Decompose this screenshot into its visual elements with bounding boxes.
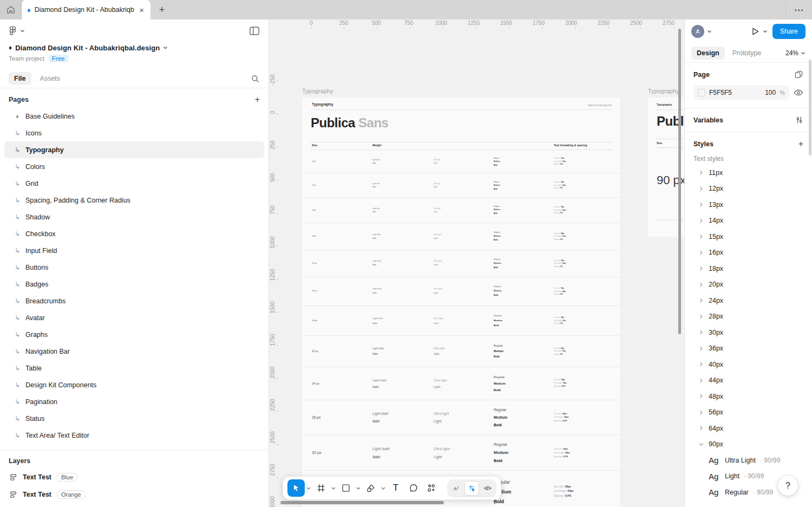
add-style-button[interactable]: + (798, 140, 803, 148)
tab-file[interactable]: File (9, 72, 31, 85)
sidebar-page-item[interactable]: ↳ Badges (4, 276, 264, 292)
sidebar-page-item[interactable]: ↳ Text Area/ Text Editor (4, 427, 264, 444)
text-style-row[interactable]: 28px (685, 309, 812, 325)
sidebar-page-item[interactable]: ♦ Base Guidelines (4, 108, 264, 125)
pen-tool[interactable] (362, 479, 379, 497)
panel-scrollbar[interactable] (809, 60, 811, 155)
sidebar-page-item[interactable]: ↳ Icons (4, 125, 264, 141)
frame-label[interactable]: Typography (648, 88, 679, 94)
page-color-hex[interactable]: F5F5F5 (709, 89, 761, 96)
row-formatting-info: Text size: 30px Line height: 45px Spacin… (554, 446, 570, 458)
sidebar-page-item[interactable]: ↳ Colors (4, 158, 264, 175)
sidebar-page-item[interactable]: ↳ Navigation Bar (4, 343, 264, 360)
text-style-row[interactable]: 56px (685, 405, 812, 421)
tab-assets[interactable]: Assets (35, 72, 66, 85)
variables-sliders-icon[interactable] (795, 116, 803, 124)
text-style-row[interactable]: 90px (685, 437, 812, 453)
pages-icon[interactable] (794, 70, 803, 79)
close-tab-icon[interactable]: × (138, 6, 145, 14)
row-formatting-info: Text size: 12px Line height: 15px Spacin… (554, 181, 566, 190)
search-icon[interactable] (251, 74, 260, 83)
text-style-row[interactable]: 24px (685, 292, 812, 309)
file-tab[interactable]: ♦ Diamond Design Kit - Abubakriqbal.desi… (22, 0, 150, 20)
plan-badge[interactable]: Free (49, 55, 68, 62)
page-color-input[interactable]: F5F5F5 100 % (693, 85, 789, 100)
sidebar-page-item[interactable]: ↳ Pagination (4, 393, 264, 410)
layer-item[interactable]: Text Test Orange (0, 486, 269, 503)
window-menu-button[interactable]: ⋯ (786, 0, 812, 20)
text-style-row[interactable]: 18px (685, 261, 812, 277)
actions-tool[interactable] (423, 479, 440, 497)
canvas-vertical-scrollbar[interactable] (678, 29, 681, 334)
eye-visibility-icon[interactable] (794, 89, 803, 96)
frame-label[interactable]: Typography (302, 88, 333, 94)
share-button[interactable]: Share (772, 24, 806, 39)
text-style-row[interactable]: 16px (685, 245, 812, 261)
move-tool[interactable] (287, 479, 305, 497)
shape-tool[interactable] (337, 479, 355, 497)
present-play-icon[interactable] (750, 27, 760, 36)
layer-item[interactable]: Text Test Blue (0, 469, 269, 486)
design-mode-button[interactable] (464, 481, 479, 496)
text-style-row[interactable]: 13px (685, 197, 812, 213)
comment-tool[interactable] (405, 479, 422, 497)
typography-frame[interactable]: Typography Diamond Design Kit Publica Sa… (302, 98, 620, 507)
zoom-control[interactable]: 24% (785, 49, 806, 57)
style-weight-name: Regular (725, 489, 749, 496)
move-tool-menu[interactable] (305, 479, 312, 497)
sidebar-page-item[interactable]: ↳ Grid (4, 175, 264, 192)
sidebar-page-item[interactable]: ↳ Avatar (4, 309, 264, 326)
style-variant-row[interactable]: Ag Ultra Light · 90/99 (685, 452, 812, 469)
chevron-down-icon[interactable] (707, 30, 712, 33)
text-style-row[interactable]: 64px (685, 420, 812, 437)
sidebar-page-item[interactable]: ↳ Graphs (4, 326, 264, 343)
text-style-row[interactable]: 14px (685, 213, 812, 229)
home-button[interactable] (0, 0, 22, 20)
row-size-label: 12 px (312, 184, 316, 187)
layer-variant-badge[interactable]: Blue (57, 473, 77, 482)
text-style-row[interactable]: 15px (685, 229, 812, 245)
frame-tool-menu[interactable] (330, 479, 337, 497)
tab-prototype[interactable]: Prototype (727, 47, 767, 60)
text-style-row[interactable]: 48px (685, 388, 812, 405)
sidebar-page-item[interactable]: ↳ Shadow (4, 209, 264, 225)
chevron-down-icon[interactable] (763, 30, 768, 33)
text-style-row[interactable]: 11px (685, 165, 812, 181)
sidebar-page-item[interactable]: ↳ Input Field (4, 242, 264, 259)
sidebar-page-item[interactable]: ↳ Table (4, 360, 264, 376)
add-page-button[interactable]: + (255, 95, 260, 104)
text-style-row[interactable]: 44px (685, 373, 812, 389)
draw-mode-button[interactable] (449, 481, 463, 496)
avatar[interactable]: A (691, 25, 704, 38)
sidebar-page-item[interactable]: ↳ Status (4, 410, 264, 427)
text-style-row[interactable]: 36px (685, 341, 812, 357)
sidebar-page-item[interactable]: ↳ Breadcrumbs (4, 292, 264, 309)
page-opacity-value[interactable]: 100 (765, 89, 776, 96)
sidebar-page-item[interactable]: ↳ Checkbox (4, 225, 264, 242)
row-regular-weights: RegularMediumBold (494, 343, 503, 359)
layer-variant-badge[interactable]: Orange (57, 490, 86, 499)
text-style-row[interactable]: 30px (685, 324, 812, 341)
text-style-row[interactable]: 40px (685, 356, 812, 373)
tab-design[interactable]: Design (691, 47, 725, 60)
canvas-horizontal-scrollbar[interactable] (280, 501, 444, 504)
page-item-label: Text Area/ Text Editor (25, 432, 89, 439)
sidebar-page-item[interactable]: ↳ Buttons (4, 259, 264, 276)
text-style-row[interactable]: 12px (685, 181, 812, 197)
shape-tool-menu[interactable] (355, 479, 362, 497)
sidebar-page-item[interactable]: ↳ Typography (4, 141, 264, 158)
text-style-row[interactable]: 20px (685, 277, 812, 293)
panel-toggle-icon[interactable] (249, 26, 260, 36)
canvas[interactable]: Typography Typography Diamond Design Kit… (269, 20, 684, 507)
pen-tool-menu[interactable] (380, 479, 387, 497)
frame-tool[interactable] (312, 479, 330, 497)
help-button[interactable]: ? (778, 476, 798, 496)
sidebar-page-item[interactable]: ↳ Spacing, Padding & Corner Radius (4, 192, 264, 209)
sidebar-page-item[interactable]: ↳ Design Kit Components (4, 376, 264, 393)
file-name-menu[interactable]: ♦ Diamond Design Kit - Abubakriqbal.desi… (9, 42, 260, 53)
dev-mode-button[interactable]: </> (480, 481, 495, 496)
main-menu-button[interactable] (9, 26, 25, 36)
text-tool[interactable]: T (387, 479, 404, 497)
color-swatch[interactable] (698, 89, 705, 96)
new-tab-button[interactable]: + (150, 0, 173, 20)
